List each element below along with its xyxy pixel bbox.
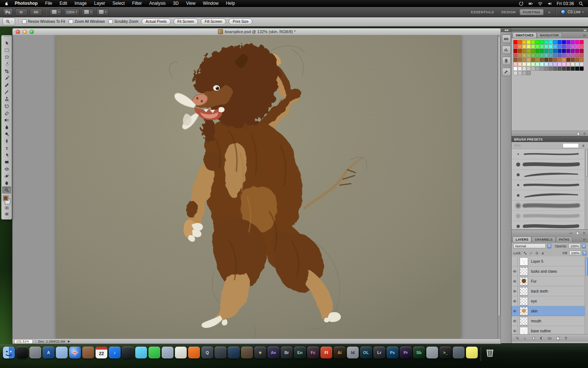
lock-transparency-icon[interactable] [523, 251, 527, 255]
swatch[interactable] [553, 40, 557, 44]
swatch[interactable] [544, 62, 548, 66]
menu-filter[interactable]: Filter [128, 0, 146, 7]
brush-preset[interactable] [512, 211, 588, 221]
swatch[interactable] [566, 45, 570, 49]
menu-analysis[interactable]: Analysis [146, 0, 169, 7]
swatch[interactable] [522, 45, 526, 49]
brush-preset[interactable] [512, 180, 588, 190]
menu-layer[interactable]: Layer [90, 0, 109, 7]
workspace-design[interactable]: DESIGN [498, 9, 519, 15]
sync-icon[interactable] [519, 1, 524, 6]
dock-adobe-illustrator[interactable]: Ai [334, 347, 345, 358]
dock-textedit[interactable] [175, 347, 187, 358]
menu-help[interactable]: Help [222, 0, 239, 7]
swatch[interactable] [513, 62, 517, 66]
swatch[interactable] [562, 53, 566, 57]
swatch[interactable] [531, 62, 535, 66]
brush-preset[interactable] [512, 170, 588, 180]
dock-adobe-indesign[interactable]: Id [347, 347, 359, 358]
layer-row-mouth[interactable]: mouth [512, 316, 588, 326]
brush-preset[interactable] [512, 149, 588, 159]
swatch[interactable] [535, 45, 539, 49]
swatch[interactable] [557, 53, 562, 57]
menu-view[interactable]: View [182, 0, 199, 7]
hand-tool[interactable] [2, 180, 11, 187]
swatch[interactable] [522, 62, 526, 66]
move-tool[interactable] [2, 40, 11, 47]
swatch[interactable] [549, 40, 553, 44]
dock-quicktime[interactable]: Q [201, 347, 213, 358]
swatch[interactable] [575, 40, 579, 44]
menu-edit[interactable]: Edit [56, 0, 71, 7]
swatch[interactable] [571, 45, 575, 49]
swatch[interactable] [566, 62, 570, 66]
swatch[interactable] [544, 53, 548, 57]
layer-thumbnail[interactable] [520, 267, 528, 276]
zoom-window-button[interactable] [30, 30, 34, 34]
swatch[interactable] [535, 40, 539, 44]
swatch[interactable] [540, 53, 544, 57]
swatch[interactable] [557, 40, 562, 44]
histogram-panel-button[interactable] [502, 46, 511, 54]
spot-healing-brush-tool[interactable] [2, 82, 11, 89]
brush-tool[interactable] [2, 89, 11, 96]
layer-visibility-toggle[interactable] [512, 266, 518, 276]
layer-visibility-toggle[interactable] [512, 276, 518, 286]
swatch[interactable] [531, 58, 535, 62]
dock-trash[interactable] [484, 347, 496, 358]
swatch[interactable] [580, 67, 584, 71]
layer-row-base-outline[interactable]: base outline [512, 326, 588, 334]
document-proxy-icon[interactable] [218, 29, 223, 34]
zoom-tool[interactable] [2, 187, 11, 194]
dock-photo-booth[interactable] [122, 347, 134, 358]
swatch[interactable] [544, 40, 548, 44]
swatch[interactable] [518, 53, 522, 57]
arrange-documents-button[interactable]: ▾ [82, 8, 94, 16]
layer-visibility-toggle[interactable] [512, 306, 518, 316]
checkbox-resize-windows-to-fit[interactable]: Resize Windows To Fit [22, 20, 65, 24]
eraser-tool[interactable] [2, 110, 11, 117]
swatch[interactable] [557, 58, 562, 62]
dock-facetime[interactable] [148, 347, 160, 358]
opacity-field[interactable]: 100% [569, 244, 580, 248]
tab-layers[interactable]: LAYERS [513, 237, 531, 242]
brush-preset[interactable] [512, 190, 588, 201]
fit-screen-button[interactable]: Fit Screen [173, 18, 198, 25]
checkbox-zoom-all-windows[interactable]: Zoom All Windows [69, 20, 105, 24]
history-brush-tool[interactable] [2, 103, 11, 110]
dock-time-machine[interactable] [228, 347, 240, 358]
swatch[interactable] [535, 58, 539, 62]
lasso-tool[interactable] [2, 54, 11, 61]
menu-file[interactable]: File [42, 0, 56, 7]
layers-scrollbar[interactable] [585, 256, 588, 334]
swatch[interactable] [540, 45, 544, 49]
swatch[interactable] [518, 67, 522, 71]
swatch[interactable] [580, 40, 584, 44]
swatch[interactable] [571, 58, 575, 62]
layer-row-tusks-and-claws[interactable]: tusks and claws [512, 266, 588, 276]
brush-presets-header[interactable]: BRUSH PRESETS [512, 136, 588, 142]
swatch[interactable] [513, 67, 517, 71]
actual-pixels-button[interactable]: Actual Pixels [141, 18, 171, 25]
layer-thumbnail[interactable] [520, 287, 528, 296]
swatch[interactable] [562, 62, 566, 66]
dock-adobe-photoshop[interactable]: Ps [387, 347, 398, 358]
swatch[interactable] [544, 58, 548, 62]
adjustment-layer-button[interactable] [539, 336, 544, 340]
swatch[interactable] [535, 62, 539, 66]
layer-thumbnail[interactable] [520, 317, 528, 325]
swatch[interactable] [518, 62, 522, 66]
swatch[interactable] [518, 58, 522, 62]
layer-visibility-toggle[interactable] [512, 256, 518, 266]
swatch[interactable] [540, 67, 544, 71]
brush-size-input[interactable] [563, 143, 579, 148]
status-options-arrow[interactable]: ▶ [68, 340, 70, 343]
swatch[interactable] [544, 49, 548, 53]
tab-channels[interactable]: CHANNELS [532, 237, 556, 242]
dock-adobe-flash-catalyst[interactable]: Fc [307, 347, 319, 358]
brush-preset[interactable] [512, 159, 588, 170]
swatch[interactable] [562, 40, 566, 44]
menu-image[interactable]: Image [71, 0, 90, 7]
print-size-button[interactable]: Print Size [229, 18, 252, 25]
battery-icon[interactable] [528, 1, 533, 6]
